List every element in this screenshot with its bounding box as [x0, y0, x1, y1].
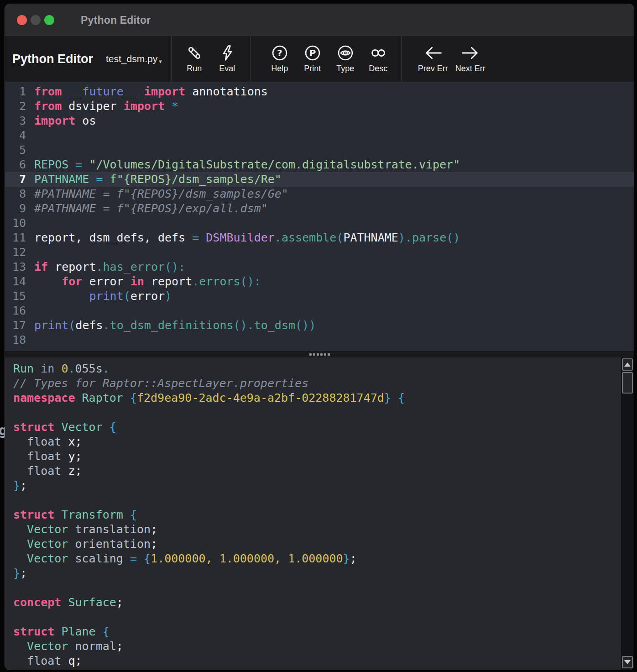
editor-line[interactable]: 10	[5, 216, 634, 231]
console-line	[13, 405, 616, 420]
console-line: Run in 0.055s.	[13, 362, 616, 376]
console-line: namespace Raptor {f2d9ea90-2adc-4e9a-a2b…	[13, 391, 616, 405]
toolbar-divider	[401, 36, 402, 82]
question-circle-icon: ?	[271, 44, 288, 62]
scrollbar-thumb[interactable]	[622, 372, 633, 394]
app-window: Python Editor Python Editor test_dsm.py …	[5, 4, 634, 670]
console-line: };	[13, 478, 616, 493]
console-line: struct Vector {	[13, 420, 616, 435]
print-button[interactable]: P Print	[299, 42, 326, 75]
console-line: Vector scaling = {1.000000, 1.000000, 1.…	[13, 551, 616, 566]
line-number: 10	[5, 216, 26, 231]
console-line: float z;	[13, 464, 616, 478]
run-button[interactable]: Run	[181, 42, 208, 75]
next-err-button[interactable]: Next Err	[454, 42, 486, 75]
editor-line[interactable]: 12	[5, 245, 634, 260]
console-line: Vector orientation;	[13, 537, 616, 551]
minimize-button[interactable]	[31, 15, 41, 25]
button-label: Help	[271, 64, 288, 74]
file-selector-dropdown[interactable]: test_dsm.py ▾	[106, 53, 162, 65]
button-label: Type	[336, 64, 354, 74]
editor-line[interactable]: 3import os	[5, 114, 634, 128]
close-button[interactable]	[17, 15, 27, 25]
help-button[interactable]: ? Help	[266, 42, 293, 75]
button-label: Run	[187, 64, 202, 74]
button-label: Desc	[369, 64, 387, 74]
scroll-up-button[interactable]	[622, 358, 633, 371]
triangle-down-icon	[624, 660, 631, 664]
window-title: Python Editor	[81, 14, 151, 26]
line-number: 16	[5, 304, 26, 318]
line-number: 6	[5, 158, 26, 172]
line-number: 1	[5, 84, 26, 99]
console-line: };	[13, 566, 616, 581]
line-number: 2	[5, 99, 26, 114]
console-line: float q;	[13, 654, 616, 668]
type-button[interactable]: Type	[332, 42, 359, 75]
console-line	[13, 610, 616, 625]
editor-line[interactable]: 15 print(error)	[5, 289, 634, 304]
bolt-icon	[219, 44, 236, 62]
editor-line[interactable]: 18	[5, 333, 634, 347]
editor-line[interactable]: 6REPOS = "/Volumes/DigitalSubstrate/com.…	[5, 158, 634, 172]
editor-line[interactable]: 17print(defs.to_dsm_definitions().to_dsm…	[5, 318, 634, 333]
line-number: 3	[5, 114, 26, 128]
glasses-icon	[370, 44, 387, 62]
line-number: 18	[5, 333, 26, 347]
line-number: 12	[5, 245, 26, 260]
line-number: 11	[5, 231, 26, 245]
button-label: Prev Err	[418, 64, 448, 74]
svg-text:P: P	[309, 48, 316, 58]
scroll-icon	[186, 44, 203, 62]
file-name: test_dsm.py	[106, 53, 157, 64]
console-scrollbar[interactable]	[621, 357, 634, 670]
console-line: struct Plane {	[13, 625, 616, 639]
line-number: 13	[5, 260, 26, 274]
console-line: Vector normal;	[13, 639, 616, 654]
editor-line[interactable]: 13if report.has_error():	[5, 260, 634, 274]
editor-line[interactable]: 9#PATHNAME = f"{REPOS}/exp/all.dsm"	[5, 201, 634, 216]
button-label: Eval	[219, 64, 235, 74]
editor-line[interactable]: 14 for error in report.errors():	[5, 274, 634, 289]
console-line: struct Transform {	[13, 508, 616, 522]
svg-text:?: ?	[277, 48, 282, 58]
line-number: 5	[5, 143, 26, 158]
arrow-right-icon	[460, 44, 481, 62]
console-line: Vector translation;	[13, 522, 616, 537]
editor-line[interactable]: 1from __future__ import annotations	[5, 84, 634, 99]
chevron-down-icon: ▾	[159, 58, 162, 65]
button-label: Next Err	[455, 64, 486, 74]
button-label: Print	[304, 64, 321, 74]
toolbar-divider	[171, 36, 172, 82]
line-number: 17	[5, 318, 26, 333]
desc-button[interactable]: Desc	[365, 42, 392, 75]
editor-line[interactable]: 7PATHNAME = f"{REPOS}/dsm_samples/Re"	[5, 172, 634, 187]
console-line: // Types for Raptor::AspectLayer.propert…	[13, 376, 616, 391]
toolbar: Python Editor test_dsm.py ▾ Run Eval	[5, 36, 634, 82]
prev-err-button[interactable]: Prev Err	[417, 42, 449, 75]
titlebar[interactable]: Python Editor	[5, 4, 634, 36]
console-line: concept Surface;	[13, 595, 616, 610]
line-number: 15	[5, 289, 26, 304]
triangle-up-icon	[624, 362, 631, 367]
scroll-down-button[interactable]	[622, 656, 633, 668]
splitter-handle[interactable]	[5, 351, 634, 357]
app-label: Python Editor	[12, 52, 93, 66]
editor-line[interactable]: 8#PATHNAME = f"{REPOS}/dsm_samples/Ge"	[5, 187, 634, 201]
editor-line[interactable]: 5	[5, 143, 634, 158]
line-number: 7	[5, 172, 26, 187]
editor-line[interactable]: 2from dsviper import *	[5, 99, 634, 114]
editor-line[interactable]: 11report, dsm_defs, defs = DSMBuilder.as…	[5, 231, 634, 245]
line-number: 4	[5, 128, 26, 143]
editor-line[interactable]: 4	[5, 128, 634, 143]
toolbar-divider	[250, 36, 251, 82]
editor-line[interactable]: 16	[5, 304, 634, 318]
zoom-button[interactable]	[44, 15, 54, 25]
output-console: Run in 0.055s.// Types for Raptor::Aspec…	[5, 357, 634, 670]
code-editor[interactable]: 1from __future__ import annotations2from…	[5, 82, 634, 351]
arrow-left-icon	[423, 44, 444, 62]
eval-button[interactable]: Eval	[214, 42, 241, 75]
console-text: Run in 0.055s.// Types for Raptor::Aspec…	[13, 362, 616, 668]
line-number: 9	[5, 201, 26, 216]
eye-icon	[337, 44, 354, 62]
